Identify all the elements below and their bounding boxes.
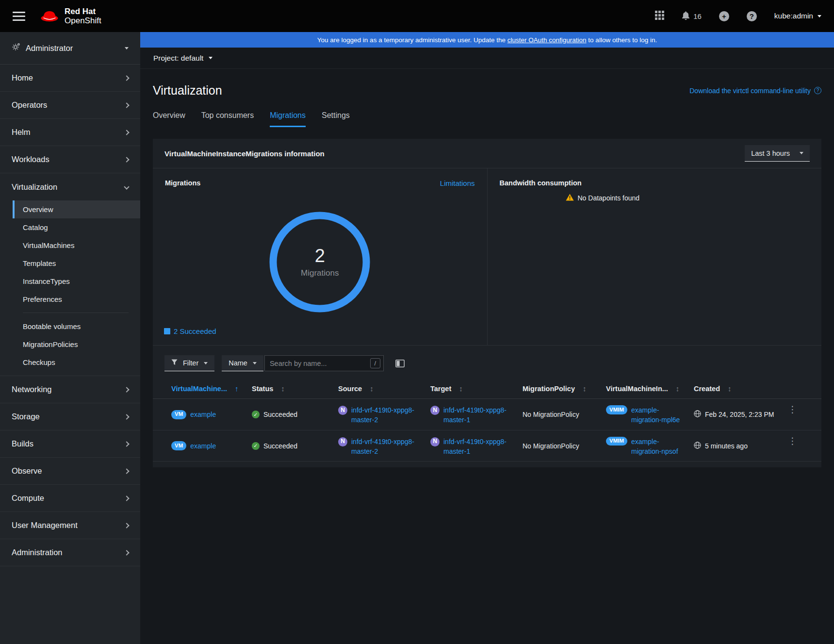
success-check-icon: ✓ (252, 442, 260, 450)
chevron-right-icon (124, 441, 129, 446)
brand-logo[interactable]: Red Hat OpenShift (40, 7, 101, 25)
sort-icon: ↕ (459, 384, 463, 393)
sidebar-nav: Administrator Home Operators Helm Worklo… (0, 32, 140, 644)
col-header-migrationpolicy[interactable]: MigrationPolicy↕ (516, 384, 599, 393)
source-node-link[interactable]: infd-vrf-419t0-xppg8-master-2 (351, 437, 424, 457)
sort-icon: ↕ (370, 384, 374, 393)
bandwidth-panel-title: Bandwidth consumption (500, 179, 582, 187)
vm-name-link[interactable]: example (190, 441, 216, 451)
row-actions-kebab-icon[interactable]: ⋮ (788, 430, 810, 462)
donut-legend-succeeded[interactable]: 2 Succeeded (164, 327, 216, 335)
migrations-panel: Migrations Limitations 2 Migrations (153, 168, 487, 345)
sidebar-item-home[interactable]: Home (0, 65, 140, 92)
tab-top-consumers[interactable]: Top consumers (201, 111, 254, 127)
virtualization-tabs: Overview Top consumers Migrations Settin… (153, 111, 821, 127)
vmim-link[interactable]: example-migration-mpl6e (631, 405, 687, 425)
chevron-down-icon (253, 362, 257, 364)
sidebar-item-virtualization[interactable]: Virtualization (0, 173, 140, 200)
sidebar-item-virt-migrationpolicies[interactable]: MigrationPolicies (13, 335, 140, 353)
add-circle-icon[interactable]: + (719, 11, 729, 21)
tab-settings[interactable]: Settings (322, 111, 350, 127)
sidebar-item-workloads[interactable]: Workloads (0, 146, 140, 173)
notifications-button[interactable]: 16 (682, 11, 702, 21)
perspective-switcher[interactable]: Administrator (0, 32, 140, 65)
node-badge: N (338, 437, 347, 446)
chevron-right-icon (124, 102, 129, 108)
sidebar-item-operators[interactable]: Operators (0, 92, 140, 119)
menu-toggle-icon[interactable] (13, 9, 25, 23)
sidebar-item-compute[interactable]: Compute (0, 485, 140, 512)
gear-icon (12, 43, 20, 53)
sidebar-item-virt-preferences[interactable]: Preferences (13, 290, 140, 308)
sidebar-item-helm[interactable]: Helm (0, 119, 140, 146)
sort-icon: ↕ (676, 384, 680, 393)
col-header-status[interactable]: Status↕ (245, 384, 331, 393)
target-node-link[interactable]: infd-vrf-419t0-xppg8-master-1 (443, 437, 516, 457)
source-node-link[interactable]: infd-vrf-419t0-xppg8-master-2 (351, 405, 424, 425)
warning-triangle-icon (566, 194, 574, 202)
filter-funnel-icon (171, 359, 178, 367)
manage-columns-icon[interactable] (395, 360, 405, 367)
sidebar-item-virt-templates[interactable]: Templates (13, 254, 140, 272)
search-type-select[interactable]: Name (222, 355, 263, 371)
sidebar-item-builds[interactable]: Builds (0, 430, 140, 458)
chevron-right-icon (124, 387, 129, 392)
sidebar-item-administration[interactable]: Administration (0, 539, 140, 566)
limitations-link[interactable]: Limitations (440, 179, 475, 187)
search-input[interactable] (270, 360, 360, 367)
timestamp-globe-icon (694, 442, 701, 451)
tab-migrations[interactable]: Migrations (270, 111, 306, 127)
vmim-badge: VMIM (606, 405, 627, 414)
chevron-right-icon (124, 495, 129, 501)
sidebar-item-virt-catalog[interactable]: Catalog (13, 218, 140, 236)
sidebar-item-user-management[interactable]: User Management (0, 512, 140, 539)
chevron-down-icon (124, 184, 129, 189)
bandwidth-panel: Bandwidth consumption No Datapoints fou (487, 168, 822, 345)
user-menu[interactable]: kube:admin (774, 12, 821, 20)
col-header-virtualmachine[interactable]: VirtualMachine...↑ (164, 384, 245, 393)
no-datapoints-message: No Datapoints found (566, 194, 810, 202)
target-node-link[interactable]: infd-vrf-419t0-xppg8-master-1 (443, 405, 516, 425)
help-circle-icon: ? (814, 87, 821, 94)
virtctl-download-link[interactable]: Download the virtctl command-line utilit… (689, 87, 821, 95)
row-actions-kebab-icon[interactable]: ⋮ (788, 399, 810, 430)
sidebar-item-virt-instancetypes[interactable]: InstanceTypes (13, 272, 140, 290)
vm-name-link[interactable]: example (190, 410, 216, 419)
user-name: kube:admin (774, 12, 813, 20)
vmim-badge: VMIM (606, 437, 627, 446)
migrations-info-card: VirtualMachineInstanceMigrations informa… (153, 139, 821, 467)
project-selector[interactable]: Project: default (140, 48, 834, 69)
sidebar-item-observe[interactable]: Observe (0, 458, 140, 485)
sidebar-item-networking[interactable]: Networking (0, 376, 140, 403)
migrations-donut-chart: 2 Migrations (267, 210, 372, 314)
oauth-config-link[interactable]: cluster OAuth configuration (507, 36, 587, 44)
node-badge: N (338, 406, 347, 415)
sidebar-item-virt-virtualmachines[interactable]: VirtualMachines (13, 236, 140, 254)
chevron-down-icon (125, 47, 129, 50)
project-label: Project: default (153, 54, 203, 63)
chevron-down-icon (800, 152, 803, 154)
table-row: VMexample ✓Succeeded Ninfd-vrf-419t0-xpp… (153, 430, 821, 462)
migration-policy-text: No MigrationPolicy (523, 441, 579, 451)
chevron-down-icon (209, 57, 213, 59)
sidebar-item-storage[interactable]: Storage (0, 403, 140, 430)
migrations-panel-title: Migrations (165, 179, 200, 187)
masthead: Red Hat OpenShift 16 + ? kube:admi (0, 0, 834, 32)
timestamp-globe-icon (694, 410, 701, 420)
vmim-link[interactable]: example-migration-npsof (631, 437, 687, 457)
sidebar-item-virt-overview[interactable]: Overview (13, 200, 140, 218)
help-icon[interactable]: ? (747, 11, 757, 21)
vm-badge: VM (171, 410, 186, 419)
filter-dropdown[interactable]: Filter (164, 355, 214, 371)
col-header-source[interactable]: Source↕ (331, 384, 424, 393)
brand-line1: Red Hat (65, 7, 101, 16)
col-header-vmim[interactable]: VirtualMachineIn...↕ (599, 384, 687, 393)
app-launcher-icon[interactable] (655, 11, 664, 22)
time-range-select[interactable]: Last 3 hours (745, 145, 810, 162)
col-header-created[interactable]: Created↕ (687, 384, 779, 393)
tab-overview[interactable]: Overview (153, 111, 185, 127)
col-header-target[interactable]: Target↕ (424, 384, 516, 393)
sidebar-item-virt-checkups[interactable]: Checkups (13, 353, 140, 371)
chevron-right-icon (124, 523, 129, 528)
sidebar-item-virt-bootable-volumes[interactable]: Bootable volumes (13, 317, 140, 335)
